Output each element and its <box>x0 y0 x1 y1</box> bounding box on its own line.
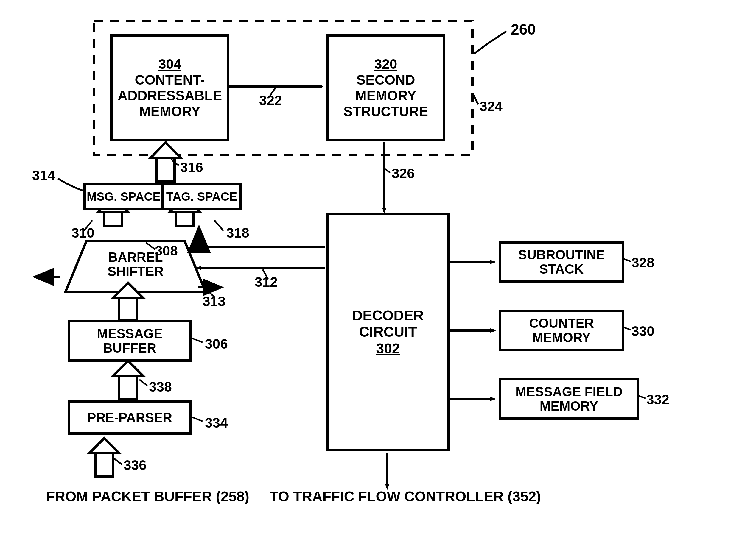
barrel-line1: BARREL <box>89 250 182 265</box>
ref-310: 310 <box>71 225 94 241</box>
ref-326: 326 <box>392 165 415 181</box>
cam-line3: MEMORY <box>139 104 200 119</box>
ref-260: 260 <box>511 21 536 38</box>
counter-line1: COUNTER <box>529 316 594 330</box>
msgbuf-line1: MESSAGE <box>97 326 162 341</box>
msgbuf-line2: BUFFER <box>103 341 156 355</box>
box-message-field-memory: MESSAGE FIELD MEMORY <box>499 378 639 420</box>
ref-304: 304 <box>158 56 181 72</box>
ref-334: 334 <box>205 415 228 431</box>
ref-322: 322 <box>259 92 282 108</box>
box-second-memory-structure: 320 SECOND MEMORY STRUCTURE <box>326 34 445 142</box>
box-msg-space: MSG. SPACE <box>83 183 164 210</box>
tag-space-label: TAG. SPACE <box>166 190 237 203</box>
ref-312: 312 <box>255 274 278 290</box>
ref-320: 320 <box>374 56 397 72</box>
box-decoder-circuit: DECODER CIRCUIT 302 <box>326 213 450 451</box>
counter-line2: MEMORY <box>532 330 591 345</box>
box-subroutine-stack: SUBROUTINE STACK <box>499 241 624 283</box>
label-to-traffic-flow-controller: TO TRAFFIC FLOW CONTROLLER (352) <box>270 488 541 505</box>
barrel-line2: SHIFTER <box>89 265 182 279</box>
msg-space-label: MSG. SPACE <box>87 190 161 203</box>
preparser-label: PRE-PARSER <box>87 410 172 425</box>
ref-314: 314 <box>32 167 55 184</box>
ref-313: 313 <box>203 293 225 309</box>
ref-324: 324 <box>480 98 503 114</box>
sms-line1: SECOND <box>357 72 415 88</box>
ref-328: 328 <box>631 255 654 271</box>
decoder-line1: DECODER <box>352 307 424 323</box>
cam-line1: CONTENT- <box>135 72 205 88</box>
subr-line2: STACK <box>539 262 584 276</box>
box-content-addressable-memory: 304 CONTENT- ADDRESSABLE MEMORY <box>110 34 229 142</box>
cam-line2: ADDRESSABLE <box>118 88 222 104</box>
ref-318: 318 <box>226 225 249 241</box>
label-barrel-shifter: BARREL SHIFTER <box>89 250 182 279</box>
ref-332: 332 <box>646 391 669 407</box>
ref-316: 316 <box>180 159 203 175</box>
mfm-line2: MEMORY <box>540 399 598 413</box>
ref-302: 302 <box>376 340 400 357</box>
arrow-316 <box>151 142 181 182</box>
mfm-line1: MESSAGE FIELD <box>515 385 622 399</box>
label-from-packet-buffer: FROM PACKET BUFFER (258) <box>46 488 249 505</box>
sms-line3: STRUCTURE <box>343 104 428 119</box>
box-pre-parser: PRE-PARSER <box>68 400 192 435</box>
ref-338: 338 <box>149 379 172 395</box>
box-tag-space: TAG. SPACE <box>161 183 242 210</box>
ref-306: 306 <box>205 336 228 352</box>
sms-line2: MEMORY <box>355 88 416 104</box>
subr-line1: SUBROUTINE <box>518 248 605 262</box>
ref-330: 330 <box>631 323 654 339</box>
diagram-canvas: 260 304 CONTENT- ADDRESSABLE MEMORY 320 … <box>0 0 756 549</box>
decoder-line2: CIRCUIT <box>359 323 417 340</box>
ref-336: 336 <box>124 457 147 473</box>
box-message-buffer: MESSAGE BUFFER <box>68 320 192 362</box>
box-counter-memory: COUNTER MEMORY <box>499 309 624 351</box>
